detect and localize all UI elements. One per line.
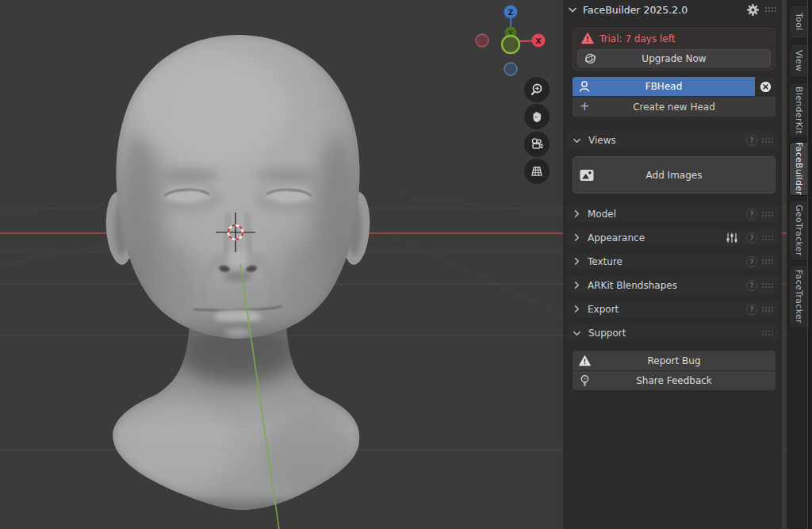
sliders-icon[interactable] [725, 232, 739, 243]
section-arkit-blendshapes[interactable]: ARKit Blendshapes ? [566, 277, 779, 293]
eye-left [155, 184, 221, 213]
camera-view-button[interactable] [524, 132, 550, 157]
panel-header[interactable]: FaceBuilder 2025.2.0 [563, 2, 782, 17]
chevron-down-icon [573, 329, 581, 337]
pan-button[interactable] [524, 104, 550, 129]
chevron-right-icon [573, 209, 580, 218]
panel-title: FaceBuilder 2025.2.0 [583, 4, 746, 16]
plus-icon: + [580, 101, 590, 113]
drag-dots-icon[interactable] [761, 282, 774, 289]
lightbulb-icon [579, 374, 591, 387]
section-model[interactable]: Model ? [566, 205, 779, 222]
tab-view[interactable]: View [789, 44, 807, 78]
blender-window: Y Z X [0, 0, 812, 529]
gizmo-axis-neg-z [504, 63, 517, 75]
chevron-right-icon [573, 305, 580, 313]
tab-facebuilder[interactable]: FaceBuilder [789, 142, 807, 196]
chevron-right-icon [573, 257, 580, 266]
head-name: FBHead [573, 81, 755, 92]
section-export[interactable]: Export ? [566, 301, 779, 317]
drag-dots-icon[interactable] [761, 306, 774, 312]
head-list: FBHead + Create new Head [573, 77, 776, 117]
chevron-down-icon [568, 6, 577, 13]
gizmo-axis-x: X [532, 34, 546, 48]
drag-dots-icon[interactable] [761, 211, 774, 217]
warning-icon [579, 355, 591, 366]
magnifier-plus-icon [530, 82, 544, 97]
drag-dots-icon[interactable] [761, 235, 774, 241]
tab-geotracker[interactable]: GeoTracker [789, 200, 807, 261]
zoom-button[interactable] [524, 77, 550, 102]
tab-tool[interactable]: Tool [789, 5, 807, 39]
chevron-down-icon [573, 136, 581, 144]
help-icon[interactable]: ? [746, 209, 757, 220]
close-icon [760, 81, 772, 93]
sidebar-tab-strip: Tool View BlenderKit FaceBuilder GeoTrac… [787, 0, 812, 529]
help-icon[interactable]: ? [746, 304, 757, 315]
eye-right [255, 184, 321, 213]
delete-head-button[interactable] [755, 77, 776, 96]
upgrade-now-button[interactable]: Upgrade Now [577, 49, 771, 67]
window-edge [808, 0, 812, 529]
drag-dots-icon[interactable] [761, 259, 774, 265]
image-icon [580, 169, 594, 181]
navigation-gizmo[interactable]: Y Z X [476, 6, 546, 76]
section-views[interactable]: Views ? [566, 132, 779, 148]
trial-alert-box: Trial: 7 days left Upgrade Now [573, 28, 776, 71]
drag-dots-icon[interactable] [761, 330, 774, 336]
add-images-button[interactable]: Add Images [573, 156, 776, 194]
tab-blenderkit[interactable]: BlenderKit [789, 82, 807, 138]
person-icon [577, 80, 592, 94]
gizmo-axis-z: Z [504, 6, 518, 19]
tab-facetracker[interactable]: FaceTracker [789, 265, 807, 328]
chevron-right-icon [573, 233, 580, 242]
grid-floor-icon [530, 164, 544, 178]
head-model[interactable] [104, 35, 372, 528]
drag-dots-icon[interactable] [761, 137, 774, 144]
section-texture[interactable]: Texture ? [566, 253, 779, 270]
sidebar-facebuilder-panel: FaceBuilder 2025.2.0 [563, 0, 782, 529]
camera-icon [530, 137, 544, 151]
help-icon[interactable]: ? [746, 135, 757, 146]
gizmo-axis-neg-x [476, 34, 488, 47]
share-feedback-button[interactable]: Share Feedback [573, 370, 776, 390]
toggle-grid-button[interactable] [524, 159, 550, 184]
head-list-item[interactable]: FBHead [573, 77, 776, 96]
hand-icon [530, 109, 544, 124]
trial-message: Trial: 7 days left [581, 33, 675, 44]
chevron-right-icon [573, 281, 580, 289]
svg-text:Z: Z [508, 8, 514, 17]
section-appearance[interactable]: Appearance ? [566, 229, 779, 246]
section-support[interactable]: Support [566, 324, 779, 341]
help-icon[interactable]: ? [746, 280, 757, 291]
svg-text:X: X [535, 36, 542, 45]
drag-dots-icon[interactable] [764, 6, 777, 13]
help-icon[interactable]: ? [746, 256, 757, 267]
create-new-head-button[interactable]: + Create new Head [573, 96, 776, 117]
gear-icon[interactable] [746, 3, 760, 17]
report-bug-button[interactable]: Report Bug [573, 351, 776, 370]
gizmo-axis-y-ring [502, 36, 519, 53]
globe-icon [584, 52, 596, 64]
support-buttons: Report Bug Share Feedback [573, 351, 776, 390]
warning-icon [581, 33, 594, 44]
help-icon[interactable]: ? [746, 232, 757, 243]
